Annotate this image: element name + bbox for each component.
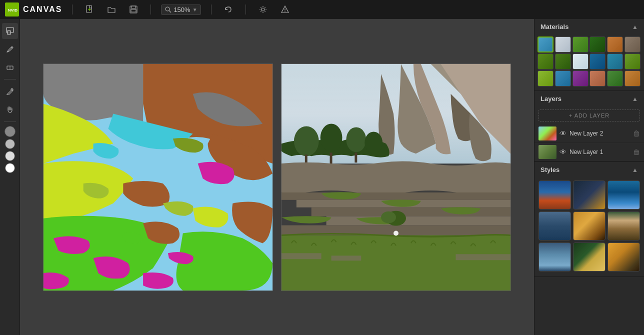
open-file-button[interactable]	[104, 2, 118, 16]
topbar: NVID CANVAS 150% ▼	[0, 0, 644, 19]
material-item-water[interactable]	[538, 36, 554, 52]
layer-thumb-2	[538, 126, 556, 140]
svg-rect-2	[86, 6, 92, 12]
photo-panel[interactable]	[281, 64, 511, 291]
svg-rect-37	[332, 256, 362, 260]
tool-eyedropper[interactable]	[2, 84, 18, 100]
topbar-divider	[72, 4, 72, 14]
new-file-button[interactable]	[82, 2, 96, 16]
svg-point-34	[381, 211, 396, 223]
style-item-8[interactable]	[573, 242, 606, 272]
material-item-building[interactable]	[590, 70, 606, 86]
materials-section: Materials ▲	[534, 19, 644, 91]
svg-point-8	[166, 7, 170, 11]
layers-header[interactable]: Layers ▲	[534, 91, 644, 106]
svg-rect-26	[330, 152, 332, 164]
style-item-4[interactable]	[538, 212, 571, 240]
svg-rect-30	[312, 207, 510, 216]
svg-rect-36	[282, 253, 322, 259]
zoom-value: 150%	[174, 6, 190, 14]
main-layout: Materials ▲	[0, 19, 644, 335]
logo-area: NVID CANVAS	[5, 2, 62, 16]
tool-eraser[interactable]	[2, 59, 18, 75]
nvidia-logo: NVID	[5, 2, 19, 16]
zoom-control[interactable]: 150% ▼	[161, 4, 200, 15]
tool-brush[interactable]	[2, 41, 18, 57]
svg-rect-14	[8, 30, 10, 34]
material-item-field[interactable]	[538, 70, 554, 86]
material-item-forest[interactable]	[590, 36, 606, 52]
svg-rect-38	[456, 254, 510, 260]
layer-delete-2[interactable]: 🗑	[633, 130, 640, 138]
material-item-ocean[interactable]	[590, 54, 606, 70]
svg-rect-7	[131, 10, 136, 12]
style-item-5[interactable]	[573, 212, 606, 240]
svg-point-39	[394, 230, 398, 236]
svg-rect-35	[282, 235, 510, 290]
svg-rect-28	[282, 192, 510, 200]
layer-delete-1[interactable]: 🗑	[633, 148, 640, 156]
materials-chevron: ▲	[632, 24, 638, 30]
layer-eye-2[interactable]: 👁	[560, 130, 566, 138]
style-item-1[interactable]	[538, 180, 571, 210]
color-swatch-bright[interactable]	[5, 163, 15, 173]
styles-grid	[534, 178, 644, 276]
color-swatch-gray[interactable]	[4, 126, 16, 137]
left-toolbar	[0, 19, 20, 335]
material-item-snow[interactable]	[572, 54, 588, 70]
tool-select[interactable]	[2, 23, 18, 39]
materials-title: Materials	[540, 23, 568, 30]
material-item-purple[interactable]	[572, 70, 588, 86]
tool-hand[interactable]	[2, 102, 18, 118]
materials-header[interactable]: Materials ▲	[534, 19, 644, 34]
save-file-button[interactable]	[126, 2, 140, 16]
material-item-hills[interactable]	[607, 70, 623, 86]
svg-point-12	[284, 11, 286, 12]
svg-point-22	[320, 124, 342, 152]
material-item-grass[interactable]	[572, 36, 588, 52]
svg-point-24	[364, 132, 382, 154]
layer-eye-1[interactable]: 👁	[560, 148, 566, 156]
material-item-cloud[interactable]	[555, 36, 571, 52]
layer-item-1[interactable]: 👁 New Layer 1 🗑	[534, 143, 644, 162]
svg-line-15	[11, 47, 12, 48]
alert-button[interactable]	[278, 2, 292, 16]
color-swatch-white[interactable]	[5, 151, 15, 161]
layers-section: Layers ▲ + ADD LAYER 👁 New Layer 2 🗑 👁 N…	[534, 91, 644, 162]
add-layer-button[interactable]: + ADD LAYER	[538, 110, 640, 122]
style-item-9[interactable]	[608, 242, 640, 272]
app-title: CANVAS	[23, 5, 62, 14]
undo-button[interactable]	[222, 2, 236, 16]
layer-item-2[interactable]: 👁 New Layer 2 🗑	[534, 124, 644, 143]
topbar-divider-4	[246, 4, 246, 14]
tool-separator-2	[4, 122, 16, 122]
layer-thumb-1	[538, 145, 556, 159]
right-panel: Materials ▲	[534, 19, 644, 335]
material-item-brick[interactable]	[607, 36, 623, 52]
style-item-6[interactable]	[608, 212, 640, 240]
topbar-divider-3	[211, 4, 212, 14]
layer-name-1: New Layer 1	[570, 148, 630, 156]
style-item-2[interactable]	[573, 180, 606, 210]
styles-section: Styles ▲	[534, 162, 644, 277]
segmentation-panel[interactable]	[43, 64, 273, 291]
settings-button[interactable]	[256, 2, 270, 16]
styles-chevron: ▲	[632, 166, 638, 174]
style-item-3[interactable]	[608, 180, 640, 210]
material-item-mountain[interactable]	[624, 36, 640, 52]
material-item-palm[interactable]	[555, 54, 571, 70]
svg-point-21	[294, 126, 319, 156]
styles-title: Styles	[540, 166, 560, 174]
style-item-7[interactable]	[538, 242, 571, 272]
material-item-bush[interactable]	[624, 54, 640, 70]
material-item-wave[interactable]	[607, 54, 623, 70]
materials-grid	[534, 34, 644, 90]
zoom-arrow: ▼	[192, 7, 198, 12]
material-item-drop[interactable]	[555, 70, 571, 86]
color-swatch-lightgray[interactable]	[5, 139, 15, 149]
styles-header[interactable]: Styles ▲	[534, 162, 644, 178]
material-item-arch[interactable]	[624, 70, 640, 86]
svg-rect-6	[132, 6, 136, 8]
canvas-area	[20, 19, 534, 335]
material-item-tree[interactable]	[538, 54, 554, 70]
